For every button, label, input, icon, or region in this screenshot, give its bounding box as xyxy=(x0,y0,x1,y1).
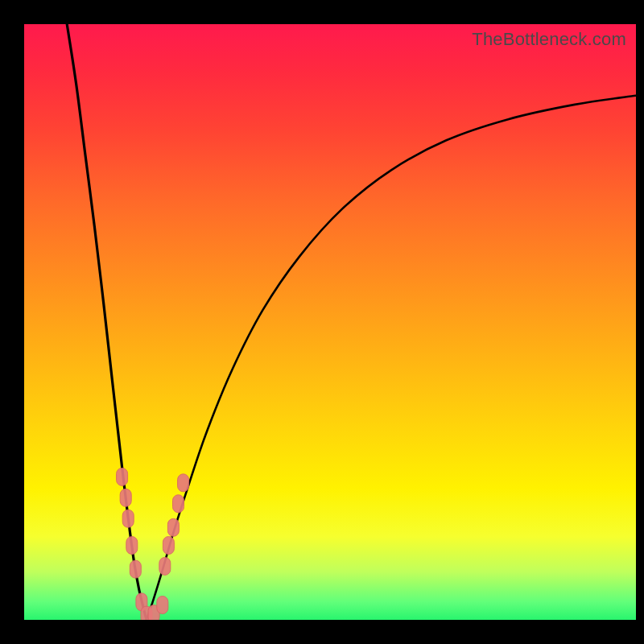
curve-right-path xyxy=(147,96,636,620)
sample-markers xyxy=(117,468,189,620)
chart-svg xyxy=(24,24,636,620)
curve-left-path xyxy=(67,24,147,620)
curve-right xyxy=(147,96,636,620)
marker xyxy=(163,537,174,555)
marker xyxy=(159,557,171,575)
curve-left xyxy=(67,24,147,620)
marker xyxy=(122,510,134,527)
marker xyxy=(130,560,141,578)
marker xyxy=(167,518,179,536)
marker xyxy=(120,489,131,506)
chart-frame: TheBottleneck.com xyxy=(0,0,644,644)
plot-area: TheBottleneck.com xyxy=(24,24,636,620)
marker xyxy=(117,468,128,485)
marker xyxy=(126,537,138,555)
marker xyxy=(173,495,184,513)
marker xyxy=(157,597,168,614)
marker xyxy=(178,474,189,492)
